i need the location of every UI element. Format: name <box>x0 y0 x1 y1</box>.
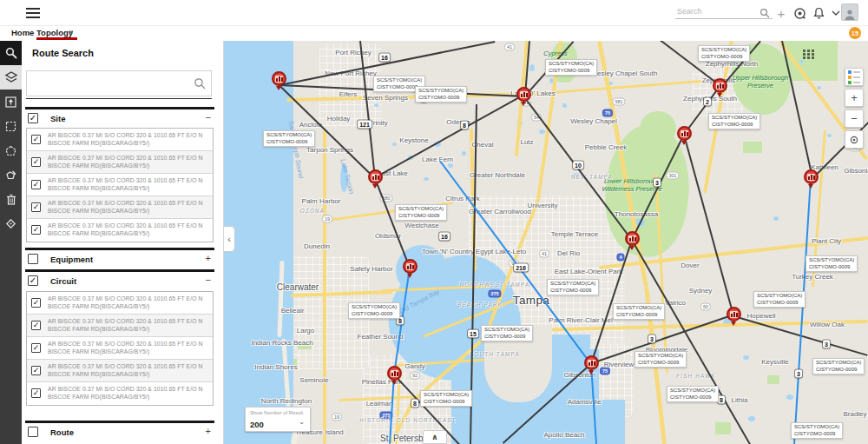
node-label[interactable]: SCS/STYOMO(CA)CISTYOMO-0009 <box>415 86 467 103</box>
search-icon[interactable] <box>757 5 773 21</box>
result-item[interactable]: ✓AR BISCOE 0.37 MI S/O CORD 320 & 1010.6… <box>27 174 213 196</box>
measure-diamond-icon[interactable] <box>0 211 22 235</box>
result-item[interactable]: ✓AR BISCOE 0.37 MI S/O CORD 320 & 1010.6… <box>27 219 213 242</box>
support-icon[interactable] <box>792 5 807 21</box>
result-item[interactable]: ✓AR BISCOE 0.37 MI S/O CORD 320 & 1010.6… <box>27 196 213 219</box>
search-icon[interactable] <box>194 77 206 93</box>
collapse-toggle[interactable]: − <box>206 275 211 285</box>
site-checkbox[interactable]: ✓ <box>28 113 38 123</box>
result-item[interactable]: ✓AR BISCOE 0.37 MI S/O CORD 320 & 1010.6… <box>27 292 213 315</box>
section-header-circuit[interactable]: ✓ Circuit − <box>25 273 214 290</box>
polygon-erase-icon[interactable] <box>0 162 22 187</box>
search-tool-icon[interactable] <box>0 41 22 65</box>
route-search-box[interactable] <box>26 70 212 96</box>
link-count-badge[interactable]: 2 <box>704 98 711 106</box>
link-count-badge[interactable]: 16 <box>439 233 450 241</box>
site-marker[interactable] <box>516 87 533 108</box>
notification-count-badge[interactable]: 15 <box>849 27 861 39</box>
node-label[interactable]: SCS/STYOMO(CA)CISTYOMO-0009 <box>613 303 665 320</box>
node-label[interactable]: SCS/STYOMO(CA)CISTYOMO-0009 <box>263 130 315 147</box>
item-checkbox[interactable]: ✓ <box>31 157 41 167</box>
site-marker[interactable] <box>727 307 743 328</box>
link-count-badge[interactable]: 3 <box>823 341 830 348</box>
site-marker[interactable] <box>403 259 419 280</box>
layers-tool-icon[interactable] <box>0 65 22 89</box>
item-checkbox[interactable]: ✓ <box>31 180 41 189</box>
expand-toggle[interactable]: + <box>206 426 211 436</box>
node-label[interactable]: SCS/STYOMO(CA)CISTYOMO-0009 <box>806 255 858 272</box>
section-header-site[interactable]: ✓ Site − <box>25 110 214 128</box>
polygon-select-icon[interactable] <box>0 138 22 162</box>
circuit-checkbox[interactable]: ✓ <box>28 275 38 286</box>
rectangle-select-icon[interactable] <box>0 114 22 138</box>
node-label[interactable]: SCS/STYOMO(CA)CISTYOMO-0009 <box>708 113 760 129</box>
link-count-badge[interactable]: 15 <box>468 330 478 338</box>
node-label[interactable]: SCS/STYOMO(CA)CISTYOMO-0009 <box>635 351 687 368</box>
chevron-down-icon[interactable]: ⌄ <box>299 418 305 426</box>
item-checkbox[interactable]: ✓ <box>31 388 41 398</box>
close-tab-icon[interactable]: × <box>69 28 73 36</box>
site-marker[interactable] <box>584 355 601 376</box>
item-checkbox[interactable]: ✓ <box>31 343 41 353</box>
tab-home[interactable]: Home <box>11 28 34 37</box>
node-label[interactable]: SCS/STYOMO(CA)CISTYOMO-0009 <box>420 390 472 407</box>
site-marker[interactable] <box>713 78 729 99</box>
zoom-in-button[interactable]: + <box>845 89 864 107</box>
node-label[interactable]: SCS/STYOMO(CA)CISTYOMO-0009 <box>667 386 719 402</box>
node-label[interactable]: SCS/STYOMO(CA)CISTYOMO-0009 <box>348 302 400 319</box>
user-avatar[interactable] <box>841 3 858 21</box>
result-item[interactable]: ✓AR BISCOE 0.37 MI S/O CORD 320 & 1010.6… <box>27 382 213 405</box>
site-marker[interactable] <box>368 169 385 190</box>
panel-collapse-handle[interactable]: ‹ <box>224 226 235 252</box>
node-label[interactable]: SCS/STYOMO(CA)CISTYOMO-0009 <box>481 325 533 341</box>
site-marker[interactable] <box>387 366 404 387</box>
link-count-badge[interactable]: 216 <box>514 264 528 272</box>
locate-button[interactable] <box>845 130 864 149</box>
site-marker[interactable] <box>272 71 288 92</box>
site-marker[interactable] <box>804 169 820 190</box>
add-icon[interactable]: + <box>773 5 789 21</box>
export-selection-icon[interactable] <box>0 89 22 114</box>
node-label[interactable]: SCS/STYOMO(CA)CISTYOMO-0009 <box>791 422 843 439</box>
node-label[interactable]: SCS/STYOMO(CA)CISTYOMO-0009 <box>812 358 865 374</box>
result-item[interactable]: ✓AR BISCOE 0.37 MI S/O CORD 320 & 1010.6… <box>27 360 213 382</box>
item-checkbox[interactable]: ✓ <box>31 298 41 308</box>
node-label[interactable]: SCS/STYOMO(CA)CISTYOMO-0009 <box>395 204 447 221</box>
item-checkbox[interactable]: ✓ <box>31 202 41 212</box>
link-count-badge[interactable]: 16 <box>379 54 390 62</box>
map-legend-button[interactable] <box>845 68 864 86</box>
tab-topology[interactable]: Topology <box>36 28 73 37</box>
item-checkbox[interactable]: ✓ <box>31 135 41 144</box>
node-label[interactable]: SCS/STYOMO(CA)CISTYOMO-0009 <box>545 59 597 76</box>
site-marker[interactable] <box>625 231 641 252</box>
node-label[interactable]: SCS/STYOMO(CA)CISTYOMO-0009 <box>547 279 599 295</box>
item-checkbox[interactable]: ✓ <box>31 366 41 375</box>
equipment-checkbox[interactable] <box>28 254 38 264</box>
map-panel-collapse-button[interactable]: ∧ <box>423 430 447 444</box>
hamburger-menu-icon[interactable] <box>26 8 40 18</box>
link-count-badge[interactable]: 10 <box>573 162 583 169</box>
section-header-equipment[interactable]: Equipment + <box>25 251 214 268</box>
section-header-route[interactable]: Route + <box>25 424 214 441</box>
result-item[interactable]: ✓AR BISCOE 0.37 MI S/O CORD 320 & 1010.6… <box>27 315 213 337</box>
item-checkbox[interactable]: ✓ <box>31 225 41 235</box>
route-checkbox[interactable] <box>28 427 38 437</box>
result-item[interactable]: ✓AR BISCOE 0.37 MI S/O CORD 320 & 1010.6… <box>27 151 213 174</box>
result-item[interactable]: ✓AR BISCOE 0.37 MI S/O CORD 320 & 1010.6… <box>27 129 213 151</box>
node-label[interactable]: SCS/STYOMO(CA)CISTYOMO-0009 <box>753 291 806 308</box>
map-canvas[interactable]: + − Show Number of Result 200 ⌄ ∧ 191958… <box>224 41 868 444</box>
link-count-badge[interactable]: 121 <box>358 121 372 129</box>
link-count-badge[interactable]: 3 <box>648 335 655 343</box>
site-marker[interactable] <box>677 126 694 147</box>
route-search-input[interactable] <box>27 71 188 96</box>
trash-icon[interactable] <box>0 187 22 211</box>
link-count-badge[interactable]: 8 <box>411 400 418 408</box>
link-count-badge[interactable]: 3 <box>795 370 802 378</box>
result-count-value[interactable]: 200 <box>250 420 264 429</box>
link-count-badge[interactable]: 3 <box>654 179 661 187</box>
result-count-control[interactable]: Show Number of Result 200 ⌄ <box>245 407 311 432</box>
expand-toggle[interactable]: + <box>206 253 211 263</box>
node-label[interactable]: SCS/STYOMO(CA)CISTYOMO-0009 <box>698 45 750 62</box>
zoom-out-button[interactable]: − <box>845 109 864 128</box>
item-checkbox[interactable]: ✓ <box>31 321 41 330</box>
